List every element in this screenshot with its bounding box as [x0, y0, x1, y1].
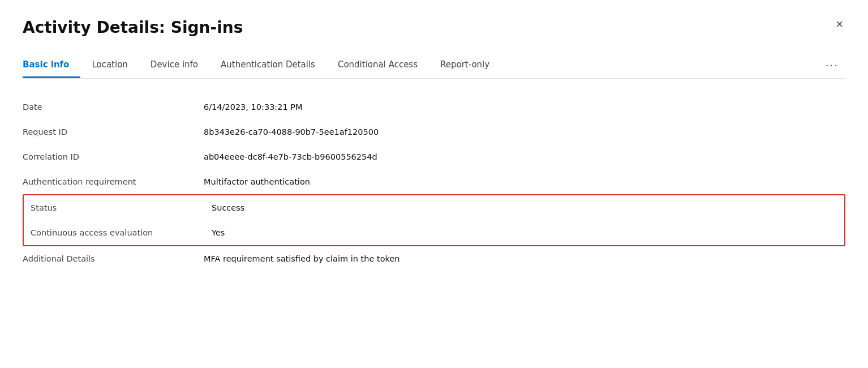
tabs-more-button[interactable]: ··· [819, 55, 845, 78]
value-cae: Yes [212, 228, 225, 237]
close-button[interactable]: × [831, 16, 848, 33]
row-cae: Continuous access evaluation Yes [24, 220, 844, 245]
row-additional-details: Additional Details MFA requirement satis… [23, 246, 845, 271]
tab-conditional-access[interactable]: Conditional Access [326, 55, 429, 78]
content-area: Date 6/14/2023, 10:33:21 PM Request ID 8… [23, 95, 845, 271]
tabs-bar: Basic info Location Device info Authenti… [23, 55, 845, 79]
value-date: 6/14/2023, 10:33:21 PM [204, 102, 303, 112]
label-date: Date [23, 102, 204, 112]
row-request-id: Request ID 8b343e26-ca70-4088-90b7-5ee1a… [23, 119, 845, 144]
label-request-id: Request ID [23, 127, 204, 136]
value-correlation-id: ab04eeee-dc8f-4e7b-73cb-b9600556254d [204, 152, 377, 161]
tab-basic-info[interactable]: Basic info [23, 55, 80, 78]
label-auth-requirement: Authentication requirement [23, 177, 204, 186]
label-additional-details: Additional Details [23, 254, 204, 263]
tab-report-only[interactable]: Report-only [429, 55, 501, 78]
row-status: Status Success [24, 195, 844, 220]
value-status: Success [212, 203, 244, 212]
highlighted-status-group: Status Success Continuous access evaluat… [23, 194, 845, 246]
tab-location[interactable]: Location [80, 55, 139, 78]
label-status: Status [31, 203, 212, 212]
tab-authentication-details[interactable]: Authentication Details [209, 55, 326, 78]
row-date: Date 6/14/2023, 10:33:21 PM [23, 95, 845, 119]
label-cae: Continuous access evaluation [31, 228, 212, 237]
tab-device-info[interactable]: Device info [139, 55, 209, 78]
label-correlation-id: Correlation ID [23, 152, 204, 161]
value-auth-requirement: Multifactor authentication [204, 177, 310, 186]
dialog-title: Activity Details: Sign-ins [23, 18, 845, 37]
row-auth-requirement: Authentication requirement Multifactor a… [23, 169, 845, 194]
value-request-id: 8b343e26-ca70-4088-90b7-5ee1af120500 [204, 127, 379, 136]
row-correlation-id: Correlation ID ab04eeee-dc8f-4e7b-73cb-b… [23, 144, 845, 169]
activity-details-dialog: Activity Details: Sign-ins × Basic info … [0, 0, 868, 368]
value-additional-details: MFA requirement satisfied by claim in th… [204, 254, 400, 263]
